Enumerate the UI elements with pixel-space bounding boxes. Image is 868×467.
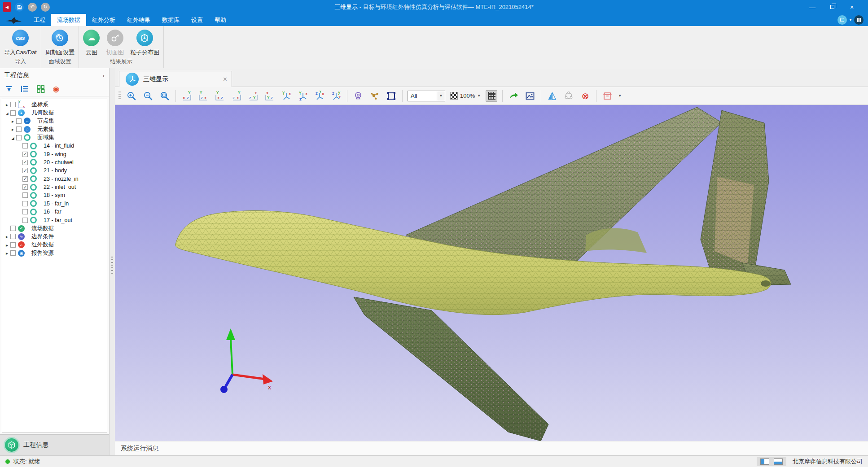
tree-item[interactable]: 边界条件 [2, 232, 107, 240]
expander-icon[interactable] [4, 101, 10, 108]
mesh-toggle-button[interactable] [486, 90, 497, 102]
item-checkbox[interactable] [10, 102, 16, 107]
item-checkbox[interactable] [22, 160, 28, 165]
locate-button[interactable]: ◉ [51, 84, 61, 93]
close-button[interactable]: × [842, 0, 862, 14]
slice-plane-button[interactable]: 切面图 [105, 28, 125, 57]
tree-item[interactable]: 17 - far_out [2, 216, 107, 224]
snapshot-button[interactable] [524, 90, 536, 102]
view-back-button[interactable]: zxY [197, 90, 209, 102]
layout-button[interactable] [854, 15, 864, 25]
expander-icon[interactable] [4, 250, 10, 256]
sync-button[interactable] [563, 90, 574, 102]
redo-button[interactable]: ↻ [41, 3, 50, 12]
item-checkbox[interactable] [22, 218, 28, 223]
export-button[interactable] [508, 90, 519, 102]
panel-splitter[interactable] [110, 68, 115, 455]
item-checkbox[interactable] [22, 184, 28, 190]
tree-item[interactable]: 15 - far_in [2, 200, 107, 208]
tree-item[interactable]: 几何数据 [2, 109, 107, 117]
toggle-bottom-panel-icon[interactable] [774, 458, 783, 465]
tab-close-icon[interactable]: × [223, 75, 227, 83]
panel-collapse-button[interactable]: ‹ [103, 72, 105, 79]
zoom-fit-button[interactable] [159, 90, 171, 102]
app-button[interactable]: ◀ [3, 2, 11, 12]
zoom-in-button[interactable] [126, 90, 137, 102]
menu-tab-help[interactable]: 帮助 [209, 14, 232, 26]
collapse-all-button[interactable]: ▼ [4, 84, 14, 93]
menu-tab-flow-data[interactable]: 流场数据 [51, 14, 86, 26]
menu-tab-settings[interactable]: 设置 [185, 14, 209, 26]
item-checkbox[interactable] [16, 118, 22, 124]
item-checkbox[interactable] [22, 209, 28, 214]
item-checkbox[interactable] [10, 234, 16, 239]
expander-icon[interactable] [10, 135, 16, 141]
toolbar-drag-handle[interactable] [118, 92, 121, 100]
view-front-button[interactable]: xzY [181, 90, 193, 102]
tree-item[interactable]: 面域集 [2, 134, 107, 142]
tree-item[interactable]: 22 - inlet_out [2, 183, 107, 191]
zoom-out-button[interactable] [142, 90, 154, 102]
item-checkbox[interactable] [22, 152, 28, 157]
view-iso-3-button[interactable]: zYx [314, 90, 325, 102]
tree-item[interactable]: 14 - int_fluid [2, 142, 107, 150]
tree-item[interactable]: 报告资源 [2, 249, 107, 257]
item-checkbox[interactable] [22, 143, 28, 148]
toggle-left-panel-icon[interactable] [760, 458, 769, 465]
tree-item[interactable]: 流场数据 [2, 224, 107, 232]
periodic-face-button[interactable]: 周期面设置 [44, 28, 76, 57]
chevron-down-icon[interactable]: ▼ [618, 94, 622, 98]
view-bottom-button[interactable]: Yzx [264, 90, 276, 102]
tree-item[interactable]: 21 - body [2, 166, 107, 175]
undo-button[interactable]: ↶ [28, 3, 37, 12]
tree-item[interactable]: 16 - far [2, 208, 107, 216]
view-iso-2-button[interactable]: Yxz [297, 90, 309, 102]
item-checkbox[interactable] [22, 201, 28, 206]
view-top-button[interactable]: zYx [247, 90, 259, 102]
item-checkbox[interactable] [10, 242, 16, 248]
camera-button[interactable] [352, 90, 364, 102]
tree-item[interactable]: 红外数据 [2, 241, 107, 249]
view-right-button[interactable]: zxY [231, 90, 242, 102]
expander-icon[interactable] [4, 110, 10, 116]
surface-filter-combobox[interactable]: All ▼ [408, 91, 445, 101]
item-checkbox[interactable] [16, 127, 22, 132]
view-iso-1-button[interactable]: Yx [281, 90, 292, 102]
import-cas-dat-button[interactable]: cas 导入Cas/Dat [3, 28, 38, 57]
item-checkbox[interactable] [10, 250, 16, 256]
mirror-button[interactable] [546, 90, 558, 102]
item-checkbox[interactable] [10, 110, 16, 116]
box-select-button[interactable] [386, 90, 397, 102]
minimize-button[interactable]: — [802, 0, 822, 14]
tree-item[interactable]: 23 - nozzle_in [2, 175, 107, 183]
grid-view-button[interactable] [35, 84, 45, 93]
menu-tab-engineering[interactable]: 工程 [28, 14, 51, 26]
theme-button[interactable] [837, 15, 847, 25]
tree-item[interactable]: 坐标系 [2, 100, 107, 109]
item-checkbox[interactable] [10, 226, 16, 231]
viewport-3d-canvas[interactable]: x [115, 105, 868, 441]
chevron-down-icon[interactable]: ▾ [850, 18, 851, 22]
expander-icon[interactable] [4, 242, 10, 248]
menu-tab-ir-analysis[interactable]: 红外分析 [86, 14, 121, 26]
menu-tab-database[interactable]: 数据库 [156, 14, 185, 26]
cancel-button[interactable]: ⊗ [579, 90, 591, 102]
tab-3d-view[interactable]: 三维显示 × [119, 71, 232, 87]
list-view-button[interactable] [20, 84, 30, 93]
menu-tab-ir-results[interactable]: 红外结果 [121, 14, 156, 26]
opacity-control[interactable]: 100% ▼ [450, 92, 481, 100]
particles-button[interactable] [369, 90, 381, 102]
combobox-dropdown-button[interactable]: ▼ [437, 91, 445, 101]
expander-icon[interactable] [10, 126, 16, 132]
package-button[interactable] [601, 90, 613, 102]
item-checkbox[interactable] [22, 176, 28, 182]
restore-button[interactable] [822, 0, 842, 14]
item-checkbox[interactable] [16, 135, 22, 140]
item-checkbox[interactable] [22, 192, 28, 198]
viewport-3d[interactable]: x [115, 105, 868, 441]
tree-item[interactable]: 18 - sym [2, 191, 107, 199]
panel-footer-project-info[interactable]: 工程信息 [0, 434, 109, 455]
tree-item[interactable]: 20 - chuiwei [2, 158, 107, 166]
tree-item[interactable]: 节点集 [2, 117, 107, 125]
view-left-button[interactable]: xzY [214, 90, 226, 102]
